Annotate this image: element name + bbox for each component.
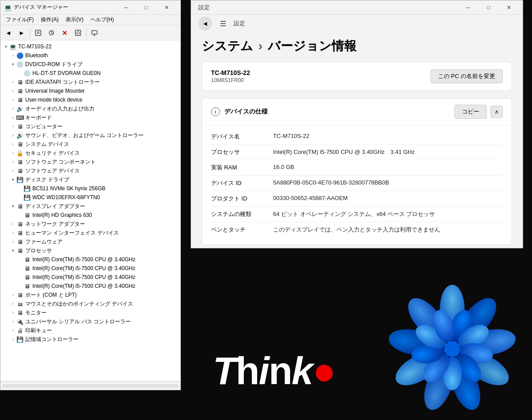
tree-expand-icon[interactable]: › bbox=[9, 52, 16, 59]
rename-pc-button[interactable]: この PC の名前を変更 bbox=[430, 69, 503, 83]
tree-expand-icon[interactable]: › bbox=[9, 158, 16, 165]
nav-menu-button[interactable]: ☰ bbox=[216, 16, 230, 31]
tree-expand-icon[interactable]: › bbox=[9, 123, 16, 130]
toolbar-back[interactable]: ◄ bbox=[2, 27, 15, 39]
nav-back-button[interactable]: ◄ bbox=[198, 16, 212, 31]
tree-item[interactable]: ›🖥コンピューター bbox=[0, 122, 180, 131]
tree-item[interactable]: 💾WDC WD10EFRX-68FYTN0 bbox=[0, 193, 180, 202]
tree-expand-icon[interactable]: › bbox=[9, 309, 16, 316]
tree-item[interactable]: ›🖥ソフトウェア デバイス bbox=[0, 166, 180, 175]
tree-expand-icon[interactable] bbox=[16, 194, 23, 201]
tree-item[interactable]: ›⌨キーボード bbox=[0, 113, 180, 122]
tree-expand-icon[interactable]: ▾ bbox=[9, 203, 16, 210]
tree-item[interactable]: ›🖭マウスとそのほかのポインティング デバイス bbox=[0, 299, 180, 308]
tree-expand-icon[interactable]: ▾ bbox=[9, 247, 16, 254]
chevron-up-button[interactable]: ∧ bbox=[490, 106, 503, 118]
tree-expand-icon[interactable]: › bbox=[9, 141, 16, 148]
tree-item[interactable]: ›🖥ソフトウェア コンポーネント bbox=[0, 157, 180, 166]
tree-item[interactable]: 🖥Intel(R) Core(TM) i5-7500 CPU @ 3.40GHz bbox=[0, 282, 180, 290]
tree-expand-icon[interactable]: › bbox=[9, 238, 16, 245]
tree-item[interactable]: 🖥Intel(R) Core(TM) i5-7500 CPU @ 3.40GHz bbox=[0, 273, 180, 282]
tree-expand-icon[interactable]: › bbox=[9, 167, 16, 174]
tree-item[interactable]: ›🖥モニター bbox=[0, 308, 180, 317]
tree-item[interactable]: ›🖥ファームウェア bbox=[0, 237, 180, 246]
status-bar bbox=[0, 381, 180, 390]
tree-expand-icon[interactable]: › bbox=[9, 149, 16, 157]
tree-item[interactable]: 🖥Intel(R) HD Graphics 630 bbox=[0, 211, 180, 220]
toolbar-properties[interactable] bbox=[32, 27, 44, 39]
settings-maximize[interactable]: □ bbox=[478, 0, 499, 15]
tree-expand-icon[interactable]: › bbox=[9, 327, 16, 334]
menu-action[interactable]: 操作(A) bbox=[37, 15, 62, 24]
settings-close[interactable]: ✕ bbox=[499, 0, 519, 15]
tree-item[interactable]: ›🖥IDE ATA/ATAPI コントローラー bbox=[0, 78, 180, 86]
tree-expand-icon[interactable]: › bbox=[9, 132, 16, 139]
maximize-button[interactable]: □ bbox=[136, 0, 156, 15]
tree-expand-icon[interactable]: ▾ bbox=[9, 176, 16, 183]
tree-item[interactable]: ›🔌ユニバーサル シリアル バス コントローラー bbox=[0, 317, 180, 326]
tree-item[interactable]: ›🔊サウンド、ビデオ、およびゲーム コントローラー bbox=[0, 131, 180, 140]
tree-expand-icon[interactable]: › bbox=[9, 105, 16, 112]
tree-expand-icon[interactable] bbox=[16, 70, 23, 77]
tree-expand-icon[interactable]: ▾ bbox=[2, 43, 9, 50]
copy-button[interactable]: コピー bbox=[454, 105, 487, 119]
minimize-button[interactable]: ─ bbox=[116, 0, 136, 15]
tree-item[interactable]: 🖥Intel(R) Core(TM) i5-7500 CPU @ 3.40GHz bbox=[0, 264, 180, 273]
breadcrumb-current: バージョン情報 bbox=[268, 39, 356, 53]
tree-item[interactable]: ▾💿DVD/CD-ROM ドライブ bbox=[0, 60, 180, 69]
tree-expand-icon[interactable]: › bbox=[9, 96, 16, 103]
tree-item-label: User-mode block device bbox=[25, 97, 82, 103]
tree-item[interactable]: 🖥Intel(R) Core(TM) i5-7500 CPU @ 3.40GHz bbox=[0, 255, 180, 264]
toolbar-monitor[interactable] bbox=[88, 27, 101, 39]
spec-key: デバイス ID bbox=[211, 179, 273, 187]
tree-item[interactable]: ▾💾ディスク ドライブ bbox=[0, 175, 180, 184]
tree-item[interactable]: ›💾記憶域コントローラー bbox=[0, 335, 180, 344]
tree-expand-icon[interactable] bbox=[16, 212, 23, 219]
toolbar-forward[interactable]: ► bbox=[16, 27, 28, 39]
tree-device-icon: 🔵 bbox=[16, 52, 23, 59]
tree-item[interactable]: ▾🖥プロセッサ bbox=[0, 246, 180, 255]
tree-item[interactable]: ›🖥Universal Image Mounter bbox=[0, 86, 180, 95]
toolbar-uninstall[interactable] bbox=[59, 27, 71, 39]
svg-rect-0 bbox=[35, 30, 41, 35]
menu-help[interactable]: ヘルプ(H) bbox=[87, 15, 117, 24]
tree-expand-icon[interactable]: › bbox=[9, 87, 16, 94]
tree-item[interactable]: ›🔊オーディオの入力および出力 bbox=[0, 104, 180, 113]
tree-device-icon: 🖥 bbox=[16, 141, 23, 148]
tree-expand-icon[interactable] bbox=[16, 256, 23, 263]
toolbar-update[interactable] bbox=[45, 27, 58, 39]
tree-item[interactable]: ›🖥ポート (COM と LPT) bbox=[0, 290, 180, 299]
tree-item[interactable]: ▾🖥ディスプレイ アダプター bbox=[0, 202, 180, 211]
tree-item[interactable]: ›🖨印刷キュー bbox=[0, 326, 180, 335]
tree-item[interactable]: 💿HL-DT-ST DVDRAM GUE0N bbox=[0, 69, 180, 78]
tree-expand-icon[interactable]: › bbox=[9, 220, 16, 228]
tree-expand-icon[interactable] bbox=[16, 274, 23, 281]
settings-minimize[interactable]: ─ bbox=[458, 0, 478, 15]
tree-item[interactable]: 💾BC511 NVMe SK hynix 256GB bbox=[0, 184, 180, 193]
tree-item[interactable]: ›🖥システム デバイス bbox=[0, 140, 180, 149]
tree-expand-icon[interactable] bbox=[16, 185, 23, 192]
tree-device-icon: 🔒 bbox=[16, 149, 23, 157]
tree-item[interactable]: ›🔵Bluetooth bbox=[0, 51, 180, 60]
tree-expand-icon[interactable] bbox=[16, 265, 23, 272]
tree-item[interactable]: ›🖥ヒューマン インターフェイス デバイス bbox=[0, 228, 180, 237]
toolbar-scan[interactable] bbox=[72, 27, 84, 39]
tree-expand-icon[interactable]: › bbox=[9, 229, 16, 236]
menu-view[interactable]: 表示(V) bbox=[62, 15, 87, 24]
close-button[interactable]: ✕ bbox=[156, 0, 177, 15]
tree-expand-icon[interactable]: › bbox=[9, 300, 16, 307]
tree-item-label: Intel(R) HD Graphics 630 bbox=[32, 212, 92, 218]
tree-item[interactable]: ›🔒セキュリティ デバイス bbox=[0, 149, 180, 157]
tree-expand-icon[interactable]: › bbox=[9, 79, 16, 86]
tree-expand-icon[interactable]: ▾ bbox=[9, 61, 16, 68]
tree-expand-icon[interactable] bbox=[16, 283, 23, 290]
tree-item[interactable]: ›🖥User-mode block device bbox=[0, 95, 180, 104]
menu-file[interactable]: ファイル(F) bbox=[2, 15, 37, 24]
device-tree[interactable]: ▾💻TC-M710S-22›🔵Bluetooth▾💿DVD/CD-ROM ドライ… bbox=[0, 40, 180, 381]
tree-expand-icon[interactable]: › bbox=[9, 336, 16, 343]
spec-row: デバイス ID5A880F0B-05C0-4E70-961B-32800778B… bbox=[211, 176, 503, 191]
tree-item[interactable]: ▾💻TC-M710S-22 bbox=[0, 42, 180, 51]
tree-expand-icon[interactable]: › bbox=[9, 291, 16, 298]
tree-expand-icon[interactable]: › bbox=[9, 318, 16, 325]
tree-item[interactable]: ›🖥ネットワーク アダプター bbox=[0, 220, 180, 228]
